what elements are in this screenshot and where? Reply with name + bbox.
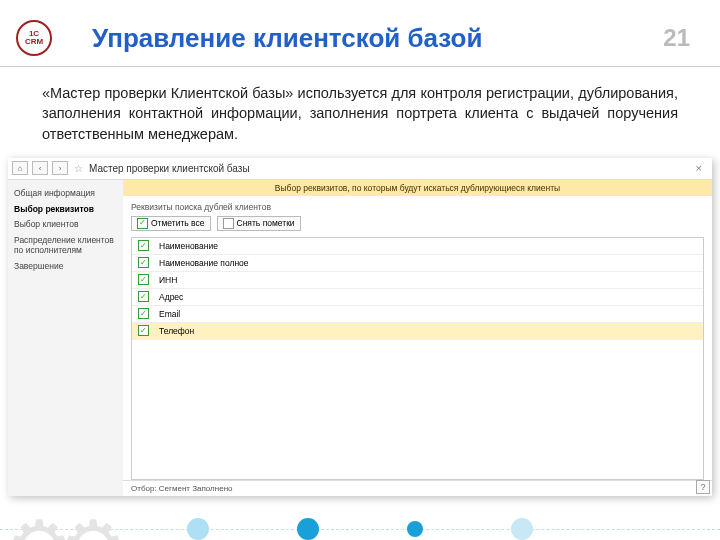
grid-row[interactable]: ✓ Email [132, 306, 703, 323]
empty-checkbox-icon [223, 218, 234, 229]
checkbox-icon[interactable]: ✓ [138, 274, 149, 285]
uncheck-all-label: Снять пометки [237, 218, 295, 228]
grid-row[interactable]: ✓ Наименование полное [132, 255, 703, 272]
close-icon: × [696, 162, 702, 174]
app-title: Мастер проверки клиентской базы [89, 163, 250, 174]
sidebar-item-clients[interactable]: Выбор клиентов [14, 217, 117, 233]
gear-decoration: ⚙⚙ [6, 522, 114, 540]
checkbox-icon[interactable]: ✓ [138, 291, 149, 302]
main-pane: Выбор реквизитов, по которым будут искат… [123, 180, 712, 496]
app-window: ⌂ ‹ › ☆ Мастер проверки клиентской базы … [8, 158, 712, 496]
checkbox-icon[interactable]: ✓ [138, 325, 149, 336]
back-button[interactable]: ‹ [32, 161, 48, 175]
checkbox-icon[interactable]: ✓ [138, 240, 149, 251]
help-icon: ? [700, 482, 705, 492]
uncheck-all-button[interactable]: Снять пометки [217, 216, 301, 231]
sidebar-item-general[interactable]: Общая информация [14, 186, 117, 202]
app-toolbar: ⌂ ‹ › ☆ Мастер проверки клиентской базы … [8, 158, 712, 180]
sidebar-item-distribution[interactable]: Распределение клиентов по исполнителям [14, 233, 117, 259]
home-icon: ⌂ [18, 164, 23, 173]
action-row: ✓ Отметить все Снять пометки [123, 214, 712, 237]
intro-paragraph: «Мастер проверки Клиентской базы» исполь… [0, 67, 720, 154]
slide-header: 1C CRM Управление клиентской базой 21 [0, 0, 720, 67]
slide-title: Управление клиентской базой [52, 23, 663, 54]
row-label: Наименование [159, 241, 218, 251]
check-all-label: Отметить все [151, 218, 205, 228]
grid-row[interactable]: ✓ Наименование [132, 238, 703, 255]
grid-row[interactable]: ✓ Телефон [132, 323, 703, 340]
forward-button[interactable]: › [52, 161, 68, 175]
dashed-line-decoration [0, 529, 720, 530]
row-label: ИНН [159, 275, 177, 285]
dots-decoration [0, 518, 720, 540]
row-label: Адрес [159, 292, 183, 302]
chevron-left-icon: ‹ [39, 164, 42, 173]
page-number: 21 [663, 24, 690, 52]
check-icon: ✓ [137, 218, 148, 229]
sidebar-item-finish[interactable]: Завершение [14, 259, 117, 275]
star-icon[interactable]: ☆ [74, 163, 83, 174]
row-label: Email [159, 309, 180, 319]
wizard-sidebar: Общая информация Выбор реквизитов Выбор … [8, 180, 123, 496]
sidebar-item-attributes[interactable]: Выбор реквизитов [14, 202, 117, 218]
check-all-button[interactable]: ✓ Отметить все [131, 216, 211, 231]
help-button[interactable]: ? [696, 480, 710, 494]
checkbox-icon[interactable]: ✓ [138, 257, 149, 268]
close-button[interactable]: × [690, 162, 708, 174]
status-bar: Отбор: Сегмент Заполнено [123, 480, 712, 496]
instruction-bar: Выбор реквизитов, по которым будут искат… [123, 180, 712, 196]
section-label: Реквизиты поиска дублей клиентов [123, 196, 712, 214]
checkbox-icon[interactable]: ✓ [138, 308, 149, 319]
grid-row[interactable]: ✓ Адрес [132, 289, 703, 306]
chevron-right-icon: › [59, 164, 62, 173]
crm-logo: 1C CRM [16, 20, 52, 56]
grid-row[interactable]: ✓ ИНН [132, 272, 703, 289]
row-label: Телефон [159, 326, 194, 336]
attributes-grid: ✓ Наименование ✓ Наименование полное ✓ И… [131, 237, 704, 480]
row-label: Наименование полное [159, 258, 249, 268]
home-button[interactable]: ⌂ [12, 161, 28, 175]
